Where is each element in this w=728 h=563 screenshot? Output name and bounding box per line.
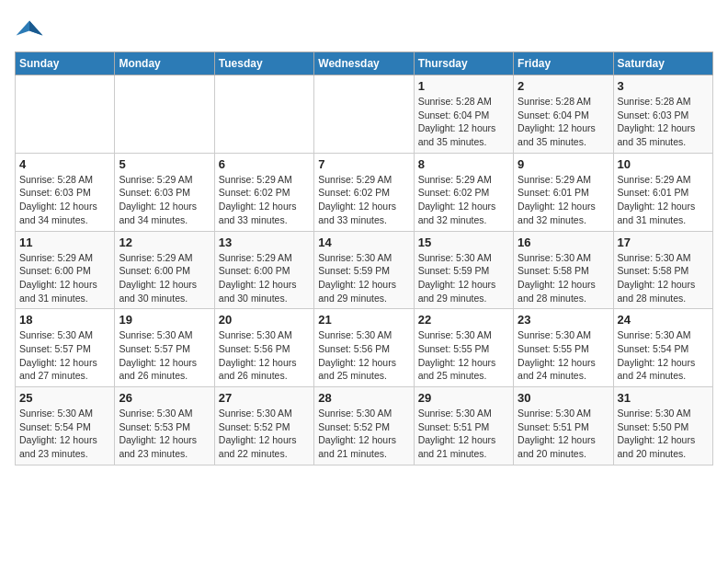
calendar-cell [16, 75, 115, 154]
calendar-cell: 18Sunrise: 5:30 AM Sunset: 5:57 PM Dayli… [16, 309, 115, 387]
cell-info-text: Sunrise: 5:29 AM Sunset: 6:02 PM Dayligh… [318, 173, 409, 227]
cell-info-text: Sunrise: 5:29 AM Sunset: 6:03 PM Dayligh… [119, 173, 210, 227]
cell-info-text: Sunrise: 5:30 AM Sunset: 5:55 PM Dayligh… [418, 328, 509, 383]
cell-day-number: 27 [219, 391, 310, 405]
cell-info-text: Sunrise: 5:29 AM Sunset: 6:00 PM Dayligh… [119, 251, 210, 305]
cell-info-text: Sunrise: 5:30 AM Sunset: 5:59 PM Dayligh… [318, 251, 409, 305]
cell-day-number: 11 [19, 236, 110, 249]
day-header-sunday: Sunday [16, 52, 115, 75]
calendar-cell: 8Sunrise: 5:29 AM Sunset: 6:02 PM Daylig… [414, 153, 513, 231]
calendar-cell: 2Sunrise: 5:28 AM Sunset: 6:04 PM Daylig… [514, 75, 613, 154]
calendar-cell: 17Sunrise: 5:30 AM Sunset: 5:58 PM Dayli… [613, 231, 712, 309]
cell-info-text: Sunrise: 5:30 AM Sunset: 5:58 PM Dayligh… [518, 251, 609, 305]
cell-info-text: Sunrise: 5:29 AM Sunset: 6:02 PM Dayligh… [418, 173, 509, 227]
calendar-cell: 26Sunrise: 5:30 AM Sunset: 5:53 PM Dayli… [115, 387, 214, 465]
cell-info-text: Sunrise: 5:30 AM Sunset: 5:51 PM Dayligh… [418, 407, 509, 461]
cell-info-text: Sunrise: 5:30 AM Sunset: 5:58 PM Dayligh… [618, 251, 709, 305]
cell-day-number: 6 [219, 157, 310, 171]
calendar-cell: 9Sunrise: 5:29 AM Sunset: 6:01 PM Daylig… [514, 153, 613, 231]
calendar-cell: 27Sunrise: 5:30 AM Sunset: 5:52 PM Dayli… [214, 387, 313, 465]
calendar-cell: 4Sunrise: 5:28 AM Sunset: 6:03 PM Daylig… [16, 153, 115, 231]
days-of-week-row: SundayMondayTuesdayWednesdayThursdayFrid… [16, 52, 713, 75]
calendar-cell [314, 75, 414, 154]
calendar-cell: 12Sunrise: 5:29 AM Sunset: 6:00 PM Dayli… [115, 231, 214, 309]
cell-day-number: 8 [418, 157, 509, 171]
calendar-cell: 5Sunrise: 5:29 AM Sunset: 6:03 PM Daylig… [115, 153, 214, 231]
cell-day-number: 29 [418, 391, 509, 405]
cell-info-text: Sunrise: 5:29 AM Sunset: 6:00 PM Dayligh… [219, 251, 310, 305]
calendar-cell: 14Sunrise: 5:30 AM Sunset: 5:59 PM Dayli… [314, 231, 414, 309]
cell-info-text: Sunrise: 5:29 AM Sunset: 6:00 PM Dayligh… [19, 251, 110, 305]
calendar-body: 1Sunrise: 5:28 AM Sunset: 6:04 PM Daylig… [16, 75, 713, 465]
cell-day-number: 14 [318, 236, 409, 249]
calendar-cell [115, 75, 214, 154]
calendar-cell: 25Sunrise: 5:30 AM Sunset: 5:54 PM Dayli… [16, 387, 115, 465]
calendar-week-3: 11Sunrise: 5:29 AM Sunset: 6:00 PM Dayli… [16, 231, 713, 309]
cell-day-number: 4 [19, 157, 110, 171]
logo [15, 15, 48, 44]
cell-day-number: 7 [318, 157, 409, 171]
cell-day-number: 3 [618, 79, 709, 93]
cell-info-text: Sunrise: 5:30 AM Sunset: 5:57 PM Dayligh… [119, 328, 210, 383]
day-header-friday: Friday [514, 52, 613, 75]
cell-day-number: 26 [119, 391, 210, 405]
calendar-table: SundayMondayTuesdayWednesdayThursdayFrid… [15, 52, 713, 465]
calendar-cell: 13Sunrise: 5:29 AM Sunset: 6:00 PM Dayli… [214, 231, 313, 309]
cell-day-number: 2 [518, 79, 609, 93]
calendar-cell: 19Sunrise: 5:30 AM Sunset: 5:57 PM Dayli… [115, 309, 214, 387]
calendar-cell: 30Sunrise: 5:30 AM Sunset: 5:51 PM Dayli… [514, 387, 613, 465]
cell-day-number: 12 [119, 236, 210, 249]
cell-day-number: 25 [19, 391, 110, 405]
cell-day-number: 17 [618, 236, 709, 249]
day-header-saturday: Saturday [613, 52, 712, 75]
cell-info-text: Sunrise: 5:29 AM Sunset: 6:01 PM Dayligh… [618, 173, 709, 227]
cell-info-text: Sunrise: 5:30 AM Sunset: 5:52 PM Dayligh… [219, 407, 310, 461]
calendar-week-4: 18Sunrise: 5:30 AM Sunset: 5:57 PM Dayli… [16, 309, 713, 387]
calendar-cell [214, 75, 313, 154]
calendar-cell: 1Sunrise: 5:28 AM Sunset: 6:04 PM Daylig… [414, 75, 513, 154]
cell-info-text: Sunrise: 5:30 AM Sunset: 5:51 PM Dayligh… [518, 407, 609, 461]
cell-info-text: Sunrise: 5:30 AM Sunset: 5:54 PM Dayligh… [618, 328, 709, 383]
cell-day-number: 23 [518, 313, 609, 327]
day-header-thursday: Thursday [414, 52, 513, 75]
calendar-cell: 11Sunrise: 5:29 AM Sunset: 6:00 PM Dayli… [16, 231, 115, 309]
calendar-cell: 29Sunrise: 5:30 AM Sunset: 5:51 PM Dayli… [414, 387, 513, 465]
cell-info-text: Sunrise: 5:30 AM Sunset: 5:59 PM Dayligh… [418, 251, 509, 305]
day-header-monday: Monday [115, 52, 214, 75]
calendar-cell: 22Sunrise: 5:30 AM Sunset: 5:55 PM Dayli… [414, 309, 513, 387]
cell-day-number: 15 [418, 236, 509, 249]
cell-info-text: Sunrise: 5:30 AM Sunset: 5:52 PM Dayligh… [318, 407, 409, 461]
cell-day-number: 31 [618, 391, 709, 405]
calendar-cell: 24Sunrise: 5:30 AM Sunset: 5:54 PM Dayli… [613, 309, 712, 387]
cell-info-text: Sunrise: 5:28 AM Sunset: 6:03 PM Dayligh… [618, 95, 709, 149]
cell-day-number: 28 [318, 391, 409, 405]
cell-day-number: 18 [19, 313, 110, 327]
calendar-cell: 31Sunrise: 5:30 AM Sunset: 5:50 PM Dayli… [613, 387, 712, 465]
calendar-cell: 23Sunrise: 5:30 AM Sunset: 5:55 PM Dayli… [514, 309, 613, 387]
cell-day-number: 22 [418, 313, 509, 327]
day-header-tuesday: Tuesday [214, 52, 313, 75]
calendar-cell: 16Sunrise: 5:30 AM Sunset: 5:58 PM Dayli… [514, 231, 613, 309]
cell-day-number: 19 [119, 313, 210, 327]
calendar-cell: 15Sunrise: 5:30 AM Sunset: 5:59 PM Dayli… [414, 231, 513, 309]
cell-info-text: Sunrise: 5:28 AM Sunset: 6:04 PM Dayligh… [418, 95, 509, 149]
cell-day-number: 1 [418, 79, 509, 93]
cell-day-number: 9 [518, 157, 609, 171]
calendar-week-2: 4Sunrise: 5:28 AM Sunset: 6:03 PM Daylig… [16, 153, 713, 231]
calendar-cell: 28Sunrise: 5:30 AM Sunset: 5:52 PM Dayli… [314, 387, 414, 465]
cell-info-text: Sunrise: 5:30 AM Sunset: 5:56 PM Dayligh… [318, 328, 409, 383]
cell-info-text: Sunrise: 5:30 AM Sunset: 5:56 PM Dayligh… [219, 328, 310, 383]
calendar-week-5: 25Sunrise: 5:30 AM Sunset: 5:54 PM Dayli… [16, 387, 713, 465]
cell-info-text: Sunrise: 5:30 AM Sunset: 5:55 PM Dayligh… [518, 328, 609, 383]
cell-info-text: Sunrise: 5:30 AM Sunset: 5:53 PM Dayligh… [119, 407, 210, 461]
page-header [15, 15, 713, 44]
calendar-cell: 7Sunrise: 5:29 AM Sunset: 6:02 PM Daylig… [314, 153, 414, 231]
cell-info-text: Sunrise: 5:29 AM Sunset: 6:02 PM Dayligh… [219, 173, 310, 227]
cell-info-text: Sunrise: 5:30 AM Sunset: 5:57 PM Dayligh… [19, 328, 110, 383]
calendar-cell: 6Sunrise: 5:29 AM Sunset: 6:02 PM Daylig… [214, 153, 313, 231]
cell-day-number: 13 [219, 236, 310, 249]
cell-day-number: 16 [518, 236, 609, 249]
cell-info-text: Sunrise: 5:28 AM Sunset: 6:04 PM Dayligh… [518, 95, 609, 149]
cell-day-number: 30 [518, 391, 609, 405]
calendar-week-1: 1Sunrise: 5:28 AM Sunset: 6:04 PM Daylig… [16, 75, 713, 154]
